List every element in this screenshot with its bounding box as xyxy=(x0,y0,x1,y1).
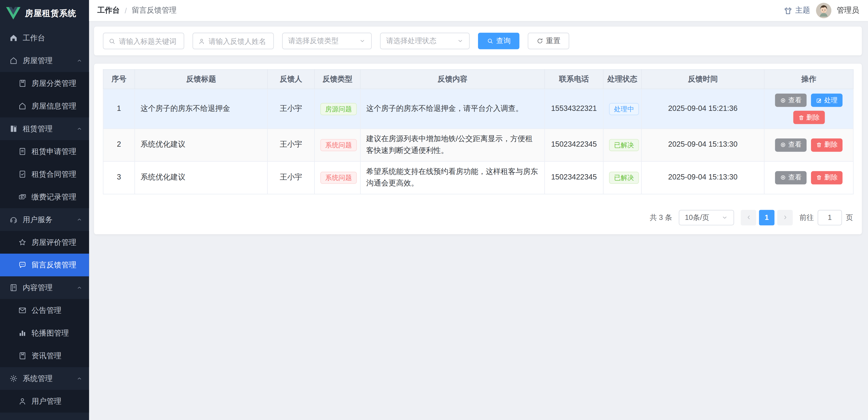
document-check-icon xyxy=(18,170,27,178)
select-placeholder: 请选择处理状态 xyxy=(386,36,436,46)
cell-index: 2 xyxy=(103,129,135,161)
cell-title: 系统优化建议 xyxy=(135,129,268,161)
page-size-select[interactable]: 10条/页 xyxy=(679,210,734,225)
sidebar-item-feedback[interactable]: 留言反馈管理 xyxy=(0,254,89,276)
cell-phone: 15023422345 xyxy=(545,129,603,161)
delete-button[interactable]: 删除 xyxy=(793,111,825,124)
view-button[interactable]: 查看 xyxy=(775,94,807,107)
chevron-up-icon xyxy=(76,126,83,132)
sidebar-item-house-category[interactable]: 房屋分类管理 xyxy=(0,72,89,95)
house-icon xyxy=(9,56,18,65)
refresh-icon xyxy=(537,38,544,44)
sidebar-item-workbench[interactable]: 工作台 xyxy=(0,27,89,49)
pagination-total: 共 3 条 xyxy=(650,213,672,222)
sidebar-item-carousel[interactable]: 轮播图管理 xyxy=(0,322,89,344)
delete-button[interactable]: 删除 xyxy=(811,171,842,184)
col-type: 反馈类型 xyxy=(315,69,361,89)
sidebar-item-system-mgmt[interactable]: 系统管理 xyxy=(0,367,89,390)
bar-chart-icon xyxy=(18,329,27,337)
chevron-up-icon xyxy=(76,58,83,64)
reading-icon xyxy=(9,124,18,133)
select-placeholder: 请选择反馈类型 xyxy=(288,36,339,46)
sidebar-item-label: 租赁管理 xyxy=(23,124,71,134)
status-badge: 处理中 xyxy=(609,103,639,115)
page-number-1[interactable]: 1 xyxy=(759,210,774,225)
sidebar-item-house-mgmt[interactable]: 房屋管理 xyxy=(0,49,89,72)
money-icon xyxy=(18,193,27,201)
admin-name[interactable]: 管理员 xyxy=(837,5,859,16)
sidebar-item-lease-contract[interactable]: 租赁合同管理 xyxy=(0,163,89,186)
star-icon xyxy=(18,238,27,247)
chevron-left-icon xyxy=(745,214,751,221)
col-actions: 操作 xyxy=(764,69,853,89)
feedback-type-select[interactable]: 请选择反馈类型 xyxy=(282,33,372,49)
page-unit-label: 页 xyxy=(846,213,853,222)
breadcrumb-workbench[interactable]: 工作台 xyxy=(97,5,120,16)
sidebar-item-lease-mgmt[interactable]: 租赁管理 xyxy=(0,117,89,140)
sidebar-item-user-mgmt[interactable]: 用户管理 xyxy=(0,390,89,413)
content: 请选择反馈类型 请选择处理状态 查询 重置 xyxy=(89,21,868,420)
sidebar-item-label: 租赁申请管理 xyxy=(32,146,83,156)
search-button-label: 查询 xyxy=(496,36,510,46)
view-button[interactable]: 查看 xyxy=(775,171,807,184)
sidebar-item-label: 房屋分类管理 xyxy=(32,78,83,88)
cell-index: 1 xyxy=(103,89,135,129)
vue-logo-icon xyxy=(6,7,21,20)
goto-page-input[interactable] xyxy=(817,210,842,225)
trash-icon xyxy=(816,142,822,148)
title-keyword-field xyxy=(103,33,184,49)
avatar[interactable] xyxy=(816,3,831,18)
breadcrumb: 工作台 / 留言反馈管理 xyxy=(97,5,177,16)
cell-phone: 15023422345 xyxy=(545,161,603,194)
app-title: 房屋租赁系统 xyxy=(25,8,76,19)
prev-page-button[interactable] xyxy=(741,210,756,225)
cell-time: 2025-09-04 15:21:36 xyxy=(642,89,764,129)
type-badge: 系统问题 xyxy=(320,139,357,151)
goto-page: 前往 页 xyxy=(800,210,853,225)
cell-title: 系统优化建议 xyxy=(135,161,268,194)
top-header: 工作台 / 留言反馈管理 主题 xyxy=(89,0,868,21)
col-time: 反馈时间 xyxy=(642,69,764,89)
sidebar-item-payment-records[interactable]: 缴费记录管理 xyxy=(0,186,89,208)
sidebar-item-announcement[interactable]: 公告管理 xyxy=(0,299,89,322)
table-header-row: 序号 反馈标题 反馈人 反馈类型 反馈内容 联系电话 处理状态 反馈时间 操作 xyxy=(103,69,853,89)
search-button[interactable]: 查询 xyxy=(478,33,520,49)
col-title: 反馈标题 xyxy=(135,69,268,89)
sidebar-item-label: 内容管理 xyxy=(23,283,71,292)
sidebar-item-house-review[interactable]: 房屋评价管理 xyxy=(0,231,89,254)
chevron-right-icon xyxy=(782,214,788,221)
cell-person: 王小宇 xyxy=(268,161,315,194)
sidebar-item-user-service[interactable]: 用户服务 xyxy=(0,208,89,231)
next-page-button[interactable] xyxy=(777,210,793,225)
view-button[interactable]: 查看 xyxy=(775,138,807,152)
sidebar-item-label: 用户管理 xyxy=(32,396,83,406)
sidebar-item-lease-apply[interactable]: 租赁申请管理 xyxy=(0,140,89,163)
chevron-up-icon xyxy=(76,217,83,223)
sidebar-item-label: 缴费记录管理 xyxy=(32,192,83,202)
eye-icon xyxy=(780,97,786,103)
sidebar-item-news[interactable]: 资讯管理 xyxy=(0,344,89,367)
person-icon xyxy=(198,37,205,45)
handle-button[interactable]: 处理 xyxy=(811,94,842,107)
title-keyword-input[interactable] xyxy=(119,37,179,45)
row-actions: 查看 删除 xyxy=(770,171,847,184)
sidebar-item-label: 房屋评价管理 xyxy=(32,237,83,247)
main-area: 工作台 / 留言反馈管理 主题 xyxy=(89,0,868,420)
cell-person: 王小宇 xyxy=(268,129,315,161)
type-badge: 系统问题 xyxy=(320,171,357,184)
theme-button[interactable]: 主题 xyxy=(784,5,810,16)
feedback-person-input[interactable] xyxy=(209,37,269,45)
header-right: 主题 管理员 xyxy=(784,3,859,18)
table-row: 2 系统优化建议 王小宇 系统问题 建议在房源列表中增加地铁/公交距离显示，方便… xyxy=(103,129,853,161)
col-content: 反馈内容 xyxy=(361,69,545,89)
delete-button[interactable]: 删除 xyxy=(811,138,842,152)
reset-button[interactable]: 重置 xyxy=(528,33,569,49)
feedback-table-card: 序号 反馈标题 反馈人 反馈类型 反馈内容 联系电话 处理状态 反馈时间 操作 xyxy=(94,63,862,234)
sidebar-item-content-mgmt[interactable]: 内容管理 xyxy=(0,276,89,299)
chevron-up-icon xyxy=(76,285,83,291)
sidebar-item-house-info[interactable]: 房屋信息管理 xyxy=(0,95,89,117)
handle-status-select[interactable]: 请选择处理状态 xyxy=(380,33,470,49)
chevron-down-icon xyxy=(721,214,728,221)
app-root: 房屋租赁系统 工作台 房屋管理 房屋分类管理 房屋信息管理 xyxy=(0,0,868,420)
bookmark-book-icon xyxy=(18,352,27,360)
